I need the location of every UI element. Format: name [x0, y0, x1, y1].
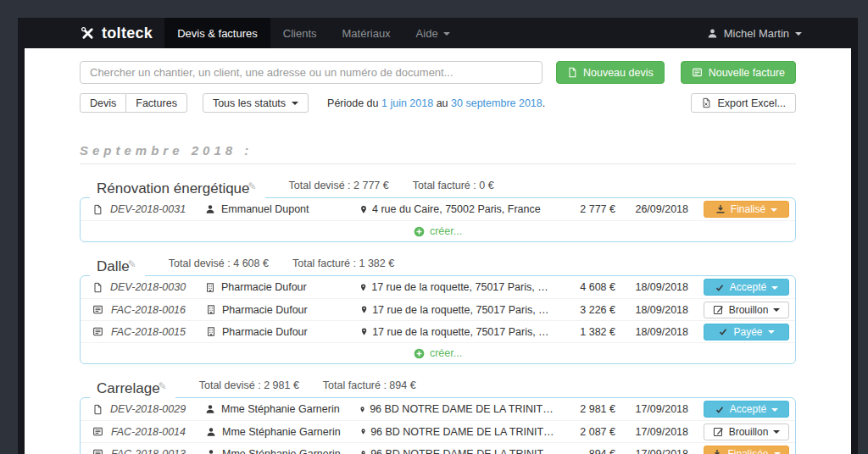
- document-row[interactable]: DEV-2018-0030 Pharmacie Dufour 17 rue de…: [81, 276, 795, 298]
- status-dropdown-button[interactable]: Brouillon: [704, 302, 789, 318]
- date: 18/09/2018: [615, 281, 688, 293]
- client-name: Mme Stéphanie Garnerin: [222, 426, 341, 438]
- address-text: 96 BD NOTRE DAME DE LA TRINITE, 97400 ST…: [370, 403, 554, 415]
- filter-devis-button[interactable]: Devis: [80, 93, 126, 113]
- chevron-down-icon: [292, 102, 298, 105]
- document-row[interactable]: DEV-2018-0029 Mme Stéphanie Garnerin 96 …: [81, 398, 795, 420]
- client-name: Mme Stéphanie Garnerin: [222, 448, 341, 454]
- brand-logo[interactable]: tolteck: [81, 18, 153, 48]
- export-excel-button[interactable]: Export Excel...: [691, 93, 796, 113]
- plus-circle-icon: [414, 226, 425, 237]
- total-invoiced: Total facturé : 1 382 €: [292, 257, 394, 269]
- search-row: Nouveau devis Nouvelle facture: [80, 48, 796, 84]
- document-number: DEV-2018-0031: [110, 203, 205, 215]
- create-document-link[interactable]: créer...: [81, 220, 795, 241]
- person-icon: [205, 404, 215, 414]
- period-end-link[interactable]: 30 septembre 2018: [451, 97, 542, 109]
- date: 18/09/2018: [615, 304, 688, 316]
- main-panel: Nouveau devis Nouvelle facture Devis: [25, 48, 851, 454]
- new-quote-button[interactable]: Nouveau devis: [556, 61, 665, 84]
- person-icon: [206, 449, 216, 454]
- status-dropdown-button[interactable]: Payée: [704, 324, 789, 340]
- chevron-down-icon: [771, 408, 778, 412]
- user-name: Michel Martin: [724, 27, 789, 40]
- quote-file-icon: [92, 282, 103, 293]
- create-label: créer...: [430, 225, 462, 237]
- groups-list: Rénovation énergétique✎ Total devisé : 2…: [80, 176, 796, 454]
- month-section-title: Septembre 2018 :: [80, 143, 796, 158]
- date: 26/09/2018: [615, 203, 688, 215]
- status-label: Accepté: [730, 403, 766, 415]
- client-name: Pharmacie Dufour: [222, 304, 308, 316]
- client-name: Mme Stéphanie Garnerin: [221, 403, 340, 415]
- status-dropdown-button[interactable]: Finalisé: [704, 201, 789, 218]
- search-input[interactable]: [80, 61, 542, 84]
- project-group: Dalle✎ Total devisé : 4 608 € Total fact…: [80, 254, 796, 364]
- person-icon: [205, 204, 215, 214]
- document-number: FAC-2018-0016: [111, 304, 206, 316]
- excel-file-icon: [701, 97, 711, 108]
- brand-name: tolteck: [102, 25, 153, 42]
- project-name: Dalle✎: [90, 258, 145, 277]
- status-dropdown-button[interactable]: Accepté: [704, 401, 789, 418]
- new-invoice-label: Nouvelle facture: [709, 67, 785, 79]
- status-dropdown-button[interactable]: Finalisée: [704, 446, 789, 454]
- new-quote-label: Nouveau devis: [583, 67, 654, 79]
- map-pin-icon: [360, 426, 366, 437]
- status-dropdown-button[interactable]: Accepté: [704, 279, 789, 296]
- create-document-link[interactable]: créer...: [81, 342, 795, 363]
- map-pin-icon: [359, 204, 368, 215]
- edit-pencil-icon[interactable]: ✎: [248, 180, 257, 192]
- project-group: Rénovation énergétique✎ Total devisé : 2…: [80, 176, 796, 242]
- tab-aide[interactable]: Aide: [403, 18, 463, 48]
- user-menu[interactable]: Michel Martin: [707, 18, 802, 48]
- project-name: Rénovation énergétique✎: [90, 180, 265, 199]
- address-text: 96 BD NOTRE DAME DE LA TRINITE, 97400 ST…: [370, 448, 554, 454]
- tab-clients[interactable]: Clients: [270, 18, 330, 48]
- new-invoice-button[interactable]: Nouvelle facture: [681, 61, 796, 84]
- edit-pencil-icon[interactable]: ✎: [128, 258, 136, 270]
- address-text: 4 rue du Caire, 75002 Paris, France: [372, 203, 541, 215]
- status-dropdown-label: Tous les statuts: [213, 97, 286, 109]
- tab-label: Aide: [416, 27, 438, 40]
- pencil-square-icon: [713, 304, 724, 315]
- map-pin-icon: [360, 304, 368, 315]
- document-row[interactable]: FAC-2018-0014 Mme Stéphanie Garnerin 96 …: [81, 420, 795, 442]
- tab-devis-factures[interactable]: Devis & factures: [164, 18, 270, 48]
- chevron-down-icon: [773, 430, 780, 434]
- status-label: Accepté: [730, 281, 766, 293]
- status-label: Brouillon: [729, 426, 769, 438]
- quote-file-icon: [92, 204, 103, 215]
- plus-circle-icon: [414, 348, 425, 359]
- invoice-file-icon: [92, 448, 103, 454]
- check-icon: [718, 327, 728, 336]
- invoice-file-icon: [92, 426, 103, 437]
- tab-materiaux[interactable]: Matériaux: [330, 18, 403, 48]
- edit-pencil-icon[interactable]: ✎: [159, 380, 167, 392]
- app-window: tolteck Devis & factures Clients Matéria…: [18, 18, 858, 454]
- document-row[interactable]: DEV-2018-0031 Emmanuel Dupont 4 rue du C…: [81, 198, 795, 220]
- map-pin-icon: [360, 448, 366, 454]
- project-group: Carrelage✎ Total devisé : 2 981 € Total …: [80, 376, 796, 454]
- address-text: 96 BD NOTRE DAME DE LA TRINITE, 97400 ST…: [370, 426, 554, 438]
- chevron-down-icon: [771, 286, 778, 290]
- documents-box: DEV-2018-0030 Pharmacie Dufour 17 rue de…: [80, 275, 796, 364]
- date: 17/09/2018: [615, 403, 688, 415]
- period-text: Période du 1 juin 2018 au 30 septembre 2…: [327, 97, 545, 109]
- document-row[interactable]: FAC-2018-0015 Pharmacie Dufour 17 rue de…: [81, 320, 795, 342]
- filter-factures-button[interactable]: Factures: [125, 93, 187, 113]
- document-row[interactable]: FAC-2018-0016 Pharmacie Dufour 17 rue de…: [81, 298, 795, 320]
- status-dropdown-button[interactable]: Brouillon: [704, 424, 789, 440]
- period-start-link[interactable]: 1 juin 2018: [381, 97, 433, 109]
- nav-tabs: Devis & factures Clients Matériaux Aide: [164, 18, 463, 48]
- project-group-header: Carrelage✎ Total devisé : 2 981 € Total …: [80, 376, 796, 395]
- check-icon: [715, 405, 725, 414]
- document-row[interactable]: FAC-2018-0013 Mme Stéphanie Garnerin 96 …: [81, 442, 795, 454]
- tab-label: Matériaux: [342, 27, 391, 40]
- file-icon: [567, 67, 577, 78]
- address-text: 17 rue de la roquette, 75017 Paris, Fran…: [372, 304, 554, 316]
- status-dropdown[interactable]: Tous les statuts: [203, 93, 309, 113]
- map-pin-icon: [359, 282, 367, 293]
- amount: 894 €: [554, 448, 615, 454]
- map-pin-icon: [360, 326, 368, 337]
